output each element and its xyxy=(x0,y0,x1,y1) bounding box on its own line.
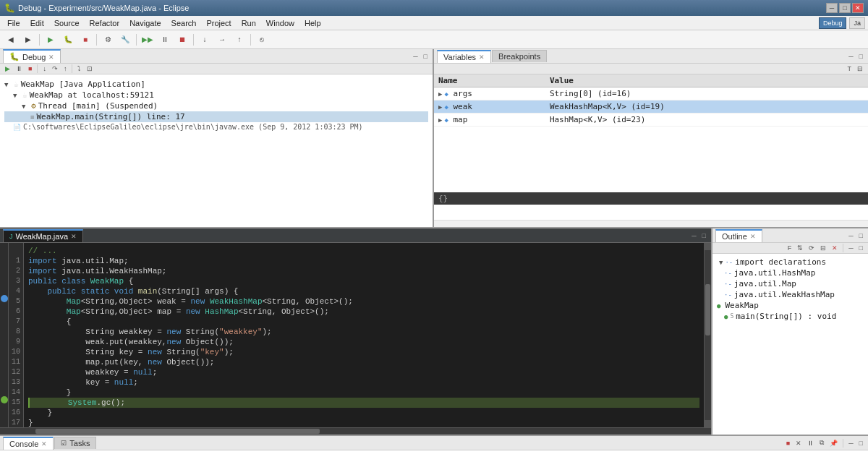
breakpoint-marker-2[interactable] xyxy=(1,396,8,403)
step-return-debug-btn[interactable]: ↑ xyxy=(61,64,69,73)
menu-navigate[interactable]: Navigate xyxy=(125,17,165,29)
resume-button[interactable]: ▶▶ xyxy=(140,33,156,47)
console-tab-close[interactable]: ✕ xyxy=(41,440,47,448)
editor-scrollbar[interactable] xyxy=(704,243,711,427)
menu-source[interactable]: Source xyxy=(50,17,84,29)
terminate-debug-btn[interactable]: ■ xyxy=(26,64,34,73)
terminate-button[interactable]: ⏹ xyxy=(174,33,190,47)
menu-run[interactable]: Run xyxy=(237,17,260,29)
collapse-all-btn[interactable]: ⊟ xyxy=(818,244,828,252)
clean-button[interactable]: 🔧 xyxy=(117,33,133,47)
maximize-console-btn[interactable]: □ xyxy=(857,439,865,448)
var-row-weak[interactable]: ▶◆ weak WeakHashMap<K,V> (id=19) xyxy=(434,100,868,114)
conn-expand-arrow[interactable]: ▼ xyxy=(13,92,20,99)
minimize-editor-button[interactable]: ─ xyxy=(689,231,698,240)
vars-bottom-scrollbar[interactable] xyxy=(434,220,868,227)
debug-perspective-button[interactable]: Debug xyxy=(819,17,847,29)
outline-imports-group[interactable]: ▼ ·- import declarations xyxy=(715,257,865,268)
step-into-button[interactable]: ↓ xyxy=(197,33,213,47)
menu-project[interactable]: Project xyxy=(202,17,235,29)
outline-import-hashmap[interactable]: ·- java.util.HashMap xyxy=(715,268,865,278)
step-over-button[interactable]: → xyxy=(214,33,230,47)
back-button[interactable]: ◀ xyxy=(3,33,19,47)
menu-edit[interactable]: Edit xyxy=(26,17,48,29)
imports-expand[interactable]: ▼ xyxy=(719,259,723,266)
horizontal-scrollbar-thumb[interactable] xyxy=(35,429,320,434)
args-expand[interactable]: ▶ xyxy=(438,90,442,98)
resume-debug-btn[interactable]: ▶ xyxy=(3,64,12,73)
menu-refactor[interactable]: Refactor xyxy=(85,17,124,29)
pin-console-btn[interactable]: 📌 xyxy=(827,439,840,448)
close-button[interactable]: ✕ xyxy=(852,3,864,13)
breakpoints-tab[interactable]: Breakpoints xyxy=(492,50,547,62)
breakpoint-marker-1[interactable] xyxy=(1,295,8,302)
maximize-button[interactable]: □ xyxy=(839,3,851,13)
vars-tab-close[interactable]: ✕ xyxy=(479,54,485,61)
console-tab[interactable]: Console ✕ xyxy=(3,437,54,450)
scrollbar-up-btn[interactable] xyxy=(705,243,711,250)
class-expand[interactable]: ● xyxy=(717,302,720,309)
minimize-debug-button[interactable]: ─ xyxy=(411,52,420,61)
maximize-debug-button[interactable]: □ xyxy=(422,52,430,61)
scroll-lock-btn[interactable]: ⏸ xyxy=(805,439,816,448)
forward-button[interactable]: ▶ xyxy=(20,33,36,47)
debug-tab-close[interactable]: ✕ xyxy=(48,54,54,61)
show-type-btn[interactable]: T xyxy=(846,64,854,73)
outline-tab[interactable]: Outline ✕ xyxy=(715,229,762,242)
open-console-btn[interactable]: ⧉ xyxy=(817,438,826,448)
step-return-button[interactable]: ↑ xyxy=(231,33,247,47)
map-expand[interactable]: ▶ xyxy=(438,116,442,124)
maximize-outline-button[interactable]: □ xyxy=(857,231,865,240)
build-button[interactable]: ⚙ xyxy=(100,33,116,47)
clear-console-btn[interactable]: ✕ xyxy=(793,439,804,448)
tasks-tab[interactable]: ☑ Tasks xyxy=(54,437,96,449)
outline-import-map[interactable]: ·- java.util.Map xyxy=(715,278,865,289)
suspend-debug-btn[interactable]: ⏸ xyxy=(14,64,25,73)
editor-bottom-scrollbar[interactable] xyxy=(0,427,711,435)
tree-item-thread[interactable]: ▼ ⚙ Thread [main] (Suspended) xyxy=(4,100,428,111)
collapse-vars-btn[interactable]: ⊟ xyxy=(855,64,865,73)
drop-to-frame-btn[interactable]: ⤵ xyxy=(75,64,83,73)
java-perspective-button[interactable]: Ja xyxy=(849,17,865,29)
editor-tab-close[interactable]: ✕ xyxy=(71,233,77,240)
sort-outline-btn[interactable]: ⇅ xyxy=(795,244,805,252)
app-expand-arrow[interactable]: ▼ xyxy=(4,81,12,88)
outline-class-weakmap[interactable]: ● WeakMap xyxy=(715,300,865,311)
link-outline-btn[interactable]: ✕ xyxy=(830,244,840,252)
var-row-map[interactable]: ▶◆ map HashMap<K,V> (id=23) xyxy=(434,114,868,127)
menu-window[interactable]: Window xyxy=(262,17,299,29)
menu-search[interactable]: Search xyxy=(167,17,201,29)
minimize-console-btn[interactable]: ─ xyxy=(846,439,855,448)
run-button[interactable]: ▶ xyxy=(43,33,59,47)
minimize-vars-button[interactable]: ─ xyxy=(846,52,855,61)
outline-method-main[interactable]: ● S main(String[]) : void xyxy=(715,311,865,322)
use-step-filters-btn[interactable]: ⊡ xyxy=(85,64,95,73)
minimize-outline-button[interactable]: ─ xyxy=(846,231,855,240)
tree-item-app[interactable]: ▼ ☕ WeakMap [Java Application] xyxy=(4,79,428,90)
disconnect-button[interactable]: ⎋ xyxy=(254,33,270,47)
outline-maximize[interactable]: □ xyxy=(857,244,865,252)
debug-button[interactable]: 🐛 xyxy=(60,33,76,47)
outline-import-weakhashmap[interactable]: ·- java.util.WeakHashMap xyxy=(715,289,865,300)
sync-outline-btn[interactable]: ⟳ xyxy=(807,244,817,252)
scrollbar-track[interactable] xyxy=(705,250,711,420)
outline-minimize[interactable]: ─ xyxy=(846,244,855,252)
weak-expand[interactable]: ▶ xyxy=(438,103,442,111)
menu-help[interactable]: Help xyxy=(300,17,326,29)
tree-item-connection[interactable]: ▼ ☕ WeakMap at localhost:59121 xyxy=(4,90,428,100)
thread-expand-arrow[interactable]: ▼ xyxy=(22,103,29,110)
outline-tab-close[interactable]: ✕ xyxy=(750,233,756,240)
step-over-debug-btn[interactable]: ↷ xyxy=(50,64,60,73)
editor-tab-weakmap[interactable]: J WeakMap.java ✕ xyxy=(3,229,83,242)
menu-file[interactable]: File xyxy=(3,17,25,29)
tree-item-frame[interactable]: ≡ WeakMap.main(String[]) line: 17 xyxy=(4,111,428,122)
terminate-console-btn[interactable]: ■ xyxy=(784,439,792,448)
maximize-vars-button[interactable]: □ xyxy=(857,52,865,61)
tree-item-exe[interactable]: 📄 C:\softwares\EclipseGalileo\eclipse\jr… xyxy=(4,122,428,132)
variables-tab[interactable]: Variables ✕ xyxy=(437,50,491,63)
hide-fields-btn[interactable]: F xyxy=(786,244,794,252)
scrollbar-thumb[interactable] xyxy=(705,284,710,335)
stop-button[interactable]: ■ xyxy=(77,33,93,47)
step-into-debug-btn[interactable]: ↓ xyxy=(41,64,48,73)
minimize-button[interactable]: ─ xyxy=(826,3,838,13)
